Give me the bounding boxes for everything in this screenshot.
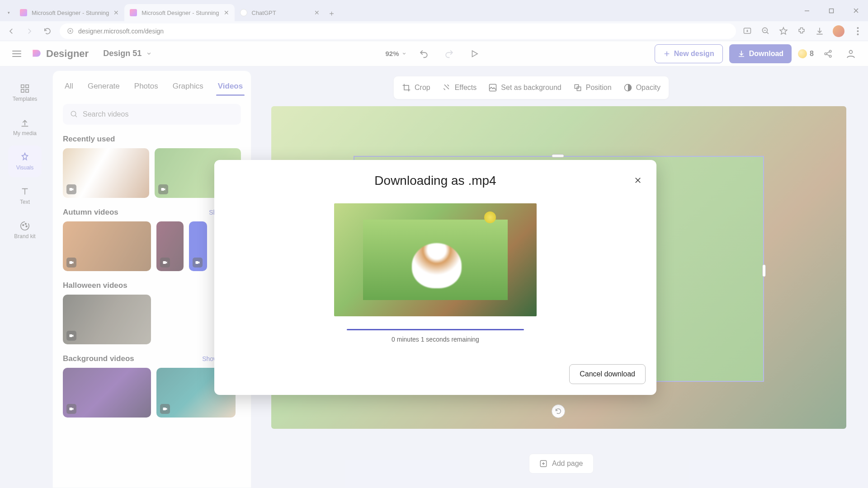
progress-bar: [347, 329, 524, 330]
download-progress-modal: Downloading as .mp4 0 minutes 1 seconds …: [214, 160, 656, 395]
cursor-highlight: [484, 211, 496, 223]
download-preview: [334, 203, 537, 316]
modal-close-button[interactable]: [631, 174, 645, 187]
time-remaining: 0 minutes 1 seconds remaining: [228, 336, 643, 343]
cancel-download-button[interactable]: Cancel download: [569, 364, 646, 384]
modal-title: Downloading as .mp4: [228, 174, 643, 188]
